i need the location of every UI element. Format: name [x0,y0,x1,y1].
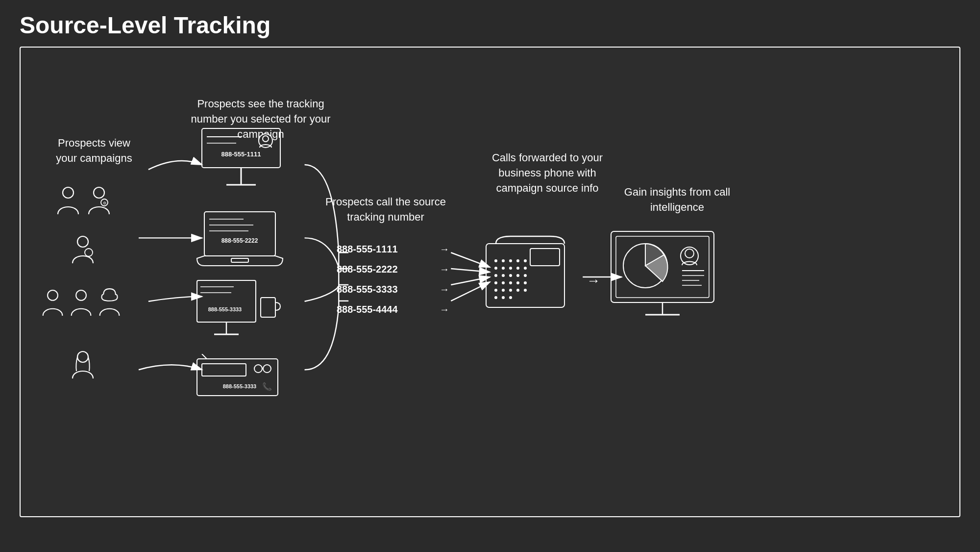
svg-point-65 [494,281,497,284]
svg-point-18 [76,290,86,301]
svg-point-56 [502,267,505,270]
phone-number-3: 888-555-3333 [337,284,435,295]
svg-point-72 [509,289,512,292]
svg-point-19 [77,351,88,362]
svg-point-74 [524,289,527,292]
svg-point-66 [502,281,505,284]
svg-point-75 [494,296,497,299]
svg-text:888-555-3333: 888-555-3333 [208,306,242,312]
svg-point-71 [502,289,505,292]
svg-point-53 [516,259,519,262]
svg-text:⚙: ⚙ [103,201,106,205]
svg-point-12 [94,187,104,198]
billboard-device: 888-555-1111 [197,126,285,192]
svg-rect-33 [231,258,248,262]
svg-point-57 [509,267,512,270]
svg-point-58 [516,267,519,270]
svg-point-60 [494,274,497,277]
person-icon-7 [70,349,97,381]
laptop-device: 888-555-2222 [195,209,285,275]
svg-point-55 [494,267,497,270]
svg-text:📞: 📞 [262,382,272,391]
biz-to-insights-arrow: → [587,273,600,289]
svg-point-77 [509,296,512,299]
svg-point-81 [681,247,698,265]
svg-rect-49 [530,249,560,266]
svg-rect-28 [204,212,275,256]
svg-point-16 [85,249,93,256]
person-icon-1 [55,185,82,217]
svg-point-51 [502,259,505,262]
person-icon-5 [69,288,94,318]
insights-monitor-icon [609,229,721,329]
svg-point-67 [509,281,512,284]
phone-number-1: 888-555-1111 [337,244,435,255]
radio-device: 888-555-3333 📞 [195,354,285,410]
person-icon-3 [70,234,97,266]
prospects-call-label: Prospects call the source tracking numbe… [324,195,447,225]
svg-point-50 [494,259,497,262]
svg-point-70 [494,289,497,292]
phone-numbers-list: 888-555-1111 → 888-555-2222 → 888-555-33… [337,244,449,315]
svg-point-61 [502,274,505,277]
svg-point-54 [524,259,527,262]
business-phone-icon [481,234,579,324]
svg-point-73 [516,289,519,292]
svg-point-15 [77,236,88,247]
svg-point-69 [524,281,527,284]
insights-label: Gain insights from call intelligence [613,185,741,215]
svg-point-63 [516,274,519,277]
svg-point-11 [63,187,74,198]
svg-point-45 [263,365,271,373]
svg-point-68 [516,281,519,284]
svg-text:888-555-1111: 888-555-1111 [221,151,261,158]
svg-point-64 [524,274,527,277]
person-icon-2: ⚙ [86,185,113,217]
prospects-view-label: Prospects view your campaigns [50,136,138,166]
svg-point-76 [502,296,505,299]
svg-point-44 [254,365,262,373]
phone-number-4: 888-555-4444 [337,304,435,315]
svg-point-62 [509,274,512,277]
svg-line-42 [202,354,207,359]
svg-text:888-555-3333: 888-555-3333 [223,383,257,389]
svg-point-52 [509,259,512,262]
calls-forwarded-label: Calls forwarded to your business phone w… [481,151,613,196]
diagram-container: Prospects view your campaigns ⚙ [20,47,960,517]
desktop-device: 888-555-3333 [195,278,283,353]
phone-number-2: 888-555-2222 [337,264,435,275]
svg-point-59 [524,267,527,270]
svg-point-17 [48,290,58,301]
person-icon-6 [97,288,122,318]
svg-rect-37 [261,298,275,317]
page-title: Source-Level Tracking [0,0,980,47]
svg-text:888-555-2222: 888-555-2222 [221,237,258,244]
person-icon-4 [40,288,66,318]
svg-rect-43 [202,364,246,376]
